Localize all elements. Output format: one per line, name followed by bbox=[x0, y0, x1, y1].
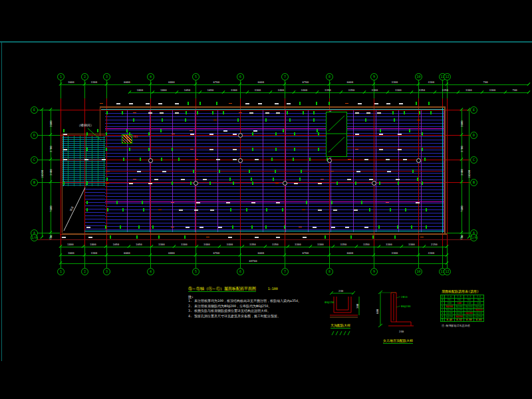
axis-line-horizontal bbox=[60, 182, 447, 183]
table-cell: 6@250 bbox=[474, 315, 484, 319]
annex-note-leader bbox=[86, 128, 102, 141]
grid-bubble-top-12: 12 bbox=[444, 73, 451, 80]
dim-text: 6700 bbox=[213, 252, 220, 255]
rebar-mark bbox=[110, 235, 111, 239]
rebar-mark bbox=[422, 182, 423, 185]
rebar-mark bbox=[409, 129, 410, 132]
dim-text: 7600 bbox=[50, 205, 53, 212]
drawing-title-block: ⑤～⑪轴（Ⓐ～Ⓔ）屋面板配筋平面图 1:100 注: 1. 未注明板厚均为100… bbox=[188, 280, 321, 319]
rebar-mark bbox=[275, 183, 279, 184]
rebar-mark bbox=[398, 149, 402, 150]
column-symbol bbox=[194, 181, 198, 186]
grid-bubble-right-1/A: 1/A bbox=[470, 234, 477, 241]
rebar-mark bbox=[179, 209, 183, 211]
rebar-mark bbox=[293, 158, 294, 161]
rebar-mark bbox=[148, 132, 150, 136]
rebar-mark bbox=[318, 148, 319, 151]
rebar-mark bbox=[63, 129, 65, 132]
grid-bubble-left-D: D bbox=[31, 132, 38, 139]
rebar-mark bbox=[106, 148, 107, 151]
rebar-mark bbox=[160, 112, 164, 114]
rebar-mark bbox=[294, 183, 298, 184]
dim-text: 3700 bbox=[461, 146, 464, 152]
grid-bubble-left-B: B bbox=[31, 179, 38, 186]
table-cell: 8@150 bbox=[474, 309, 484, 312]
rebar-mark bbox=[88, 237, 92, 238]
dim-text: 6700 bbox=[213, 81, 220, 84]
rebar-mark bbox=[106, 171, 110, 172]
dim-text: 69700 bbox=[249, 260, 257, 263]
dim-text: 3300 bbox=[466, 89, 472, 92]
drawing-scale: 1:100 bbox=[268, 287, 278, 291]
rebar-mark bbox=[347, 179, 351, 180]
table-cell: 8@200 bbox=[444, 305, 454, 309]
dim-text: 1800 bbox=[160, 89, 167, 92]
rebar-mark bbox=[154, 179, 158, 180]
dim-text: 6600 bbox=[258, 252, 265, 255]
column-symbol bbox=[416, 158, 421, 163]
table-cell: 8@140 bbox=[474, 305, 484, 309]
rebar-mark bbox=[126, 129, 128, 132]
table-cell: 6@180 bbox=[464, 312, 474, 315]
roof-edge-bottom-inner bbox=[84, 231, 444, 231]
grid-bubble-bottom-5: 5 bbox=[192, 268, 200, 275]
rebar-mark bbox=[213, 120, 217, 120]
table-cell: 6@250 bbox=[444, 315, 454, 319]
rebar-mark bbox=[399, 103, 403, 104]
rebar-mark bbox=[106, 132, 107, 136]
table-row: ③6@2006@2006@1806@150 bbox=[441, 312, 484, 315]
dim-text: 3400 bbox=[203, 243, 210, 246]
axis-stub-bottom bbox=[329, 246, 330, 268]
axis-stub-bottom bbox=[447, 246, 448, 268]
dim-line bbox=[61, 255, 447, 256]
rebar-mark bbox=[138, 225, 140, 229]
rebar-mark bbox=[249, 170, 250, 173]
rebar-mark bbox=[428, 102, 430, 105]
rebar-mark bbox=[275, 170, 276, 173]
rebar-mark bbox=[265, 118, 267, 122]
rebar-mark bbox=[148, 148, 150, 151]
dim-text: 3300 bbox=[392, 81, 398, 84]
rebar-mark bbox=[229, 178, 231, 181]
rebar-mark bbox=[404, 111, 405, 114]
dim-text: 1650 bbox=[184, 89, 191, 92]
dim-text: 3300 bbox=[317, 243, 324, 246]
rebar-mark bbox=[403, 159, 407, 160]
rebar-mark bbox=[172, 182, 173, 185]
rebar-mark bbox=[325, 235, 326, 239]
dim-text: 1800 bbox=[90, 243, 96, 246]
rebar-mark bbox=[216, 159, 220, 160]
rebar-mark bbox=[106, 183, 109, 184]
dim-text: 7600 bbox=[461, 205, 464, 212]
dim-text: 3300 bbox=[392, 252, 398, 255]
rebar-mark bbox=[105, 225, 106, 229]
rebar-mark bbox=[364, 227, 368, 228]
leader-line bbox=[86, 128, 102, 141]
dim-text: 6700 bbox=[303, 81, 309, 84]
rebar-mark bbox=[275, 132, 277, 136]
rebar-mark bbox=[137, 171, 141, 172]
rebar-mark bbox=[405, 208, 406, 211]
dim-text: 3600 bbox=[68, 81, 74, 84]
axis-line-vertical bbox=[196, 98, 196, 247]
dim-text: 1650 bbox=[207, 89, 214, 92]
ramp-area bbox=[62, 185, 88, 233]
rebar-mark bbox=[299, 102, 301, 105]
rebar-mark bbox=[273, 178, 274, 181]
dim-text: 3350 bbox=[442, 89, 449, 92]
dim-text: 3600 bbox=[68, 252, 74, 255]
ramp-line bbox=[62, 185, 88, 233]
rebar-mark bbox=[122, 111, 123, 114]
rebar-mark bbox=[394, 235, 396, 239]
rebar-mark bbox=[354, 209, 358, 211]
rebar-mark bbox=[175, 112, 179, 114]
rebar-mark bbox=[186, 111, 187, 114]
rebar-mark bbox=[228, 237, 232, 238]
rebar-mark bbox=[175, 103, 179, 104]
rebar-mark bbox=[116, 201, 118, 204]
rebar-mark bbox=[345, 227, 349, 228]
rebar-mark bbox=[181, 179, 185, 180]
rebar-mark bbox=[411, 225, 412, 229]
rebar-mark bbox=[416, 202, 420, 203]
rebar-mark bbox=[122, 208, 124, 211]
